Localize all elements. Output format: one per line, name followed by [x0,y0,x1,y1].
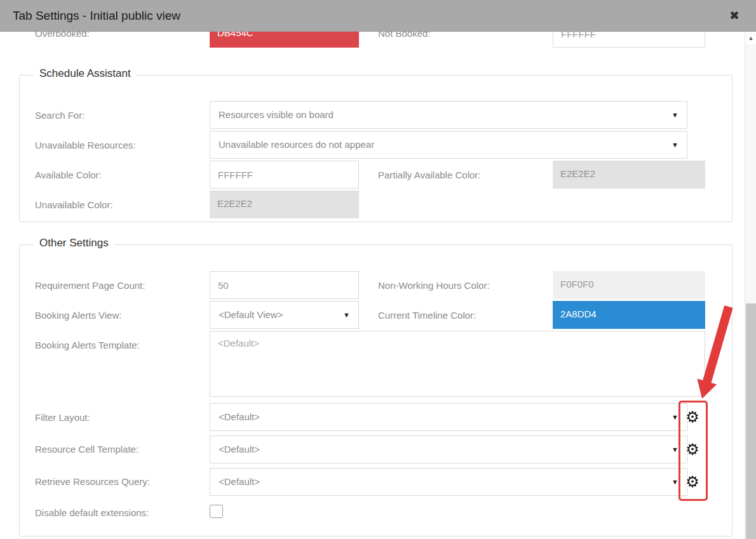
unavailable-resources-value: Unavailable resources do not appear [219,139,374,150]
chevron-down-icon: ▼ [672,404,678,430]
gear-icon: ⚙ [685,473,699,490]
current-timeline-color-label: Current Timeline Color: [378,310,476,321]
filter-layout-value: <Default> [219,411,260,422]
retrieve-resources-query-dropdown[interactable]: <Default> ▼ [210,468,687,496]
search-for-label: Search For: [35,110,84,121]
available-color-label: Available Color: [35,170,102,180]
retrieve-resources-query-gear-button[interactable]: ⚙ [682,471,703,493]
booking-alerts-view-label: Booking Alerts View: [35,310,121,321]
booking-alerts-template-label: Booking Alerts Template: [35,340,140,350]
filter-layout-label: Filter Layout: [35,412,90,423]
requirement-page-count-label: Requirement Page Count: [35,280,145,291]
disable-default-extensions-label: Disable default extensions: [35,507,149,518]
dialog-titlebar: Tab Settings - Initial public view ✖ [0,0,756,32]
unavailable-resources-dropdown[interactable]: Unavailable resources do not appear ▼ [210,131,687,159]
retrieve-resources-query-label: Retrieve Resources Query: [35,476,150,487]
current-timeline-color-field[interactable]: 2A8DD4 [553,301,705,329]
booking-alerts-template-textarea[interactable] [210,331,705,397]
retrieve-resources-query-value: <Default> [219,476,260,487]
booking-alerts-view-value: <Default View> [219,309,283,320]
vertical-scrollbar[interactable]: ▲ [745,32,756,539]
scroll-up-icon: ▲ [748,35,754,41]
gear-icon: ⚙ [685,408,699,425]
unavailable-color-label: Unavailable Color: [35,199,113,210]
scroll-up-button[interactable]: ▲ [745,32,756,44]
resource-cell-template-label: Resource Cell Template: [35,444,138,455]
available-color-input[interactable] [210,161,359,189]
resource-cell-template-dropdown[interactable]: <Default> ▼ [210,436,687,463]
non-working-hours-color-field: F0F0F0 [553,271,705,299]
filter-layout-dropdown[interactable]: <Default> ▼ [210,403,687,431]
chevron-down-icon: ▼ [672,436,678,463]
partially-available-color-label: Partially Available Color: [378,170,480,180]
unavailable-resources-label: Unavailable Resources: [35,140,135,150]
filter-layout-gear-button[interactable]: ⚙ [682,406,703,428]
schedule-assistant-legend: Schedule Assistant [34,67,137,80]
other-settings-legend: Other Settings [34,237,114,250]
search-for-dropdown[interactable]: Resources visible on board ▼ [210,101,687,129]
requirement-page-count-input[interactable] [210,271,359,299]
resource-cell-template-gear-button[interactable]: ⚙ [682,439,703,460]
tab-settings-dialog: Tab Settings - Initial public view ✖ Ove… [0,0,756,539]
chevron-down-icon: ▼ [343,302,350,328]
unavailable-color-field: E2E2E2 [210,190,359,218]
chevron-down-icon: ▼ [672,469,678,495]
disable-default-extensions-checkbox[interactable] [210,505,223,518]
close-icon[interactable]: ✖ [726,8,743,23]
gear-icon: ⚙ [685,441,699,458]
chevron-down-icon: ▼ [672,102,678,128]
booking-alerts-view-dropdown[interactable]: <Default View> ▼ [210,301,359,329]
search-for-value: Resources visible on board [219,109,334,120]
scrollbar-thumb[interactable] [746,303,756,539]
partially-available-color-field: E2E2E2 [553,161,705,189]
non-working-hours-color-label: Non-Working Hours Color: [378,280,490,291]
chevron-down-icon: ▼ [672,131,678,158]
resource-cell-template-value: <Default> [219,444,260,455]
dialog-title: Tab Settings - Initial public view [13,9,180,23]
